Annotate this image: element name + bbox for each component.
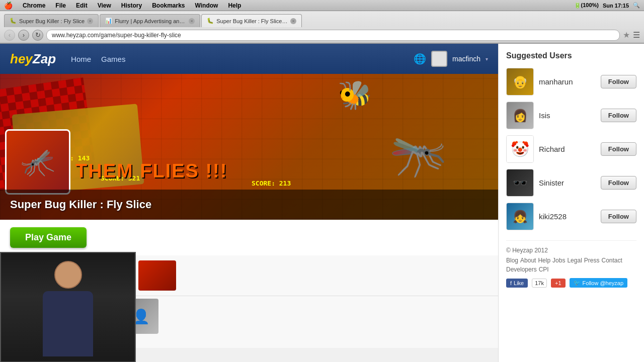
footer-about[interactable]: About [520,257,536,264]
user-item-kiki: 👧 kiki2528 Follow [506,203,636,230]
tab-close-3[interactable]: × [290,18,296,24]
url-text: www.heyzap.com/game/super-bug-killer-fly… [52,32,181,39]
username-isis: Isis [539,111,596,120]
game-actions: Play Game [0,220,498,255]
tab-2[interactable]: 📊 Flurry | App Advertising and... × [100,14,200,27]
edit-menu[interactable]: Edit [76,2,88,9]
history-menu[interactable]: History [121,2,142,9]
tab-bar: 🐛 Super Bug Killer : Fly Slice × 📊 Flurr… [0,11,644,27]
footer-links: Blog About Help Jobs Legal Press Contact… [506,257,636,273]
footer-contact[interactable]: Contact [602,257,622,264]
fb-count: 17k [532,279,547,288]
username-manharun: manharun [539,77,596,86]
tab-close-2[interactable]: × [189,18,195,24]
username-kiki: kiki2528 [539,212,596,221]
follow-button-sinister[interactable]: Follow [601,176,636,190]
url-bar[interactable]: www.heyzap.com/game/super-bug-killer-fly… [46,30,620,41]
twitter-icon: 🐦 [574,280,581,286]
apple-menu[interactable]: 🍎 [4,2,13,10]
tab-favicon-1: 🐛 [10,18,17,25]
tab-favicon-3: 🐛 [207,18,214,25]
score-3: SCORE: 213 [252,179,291,187]
game-title-overlay: Super Bug Killer : Fly Slice [0,190,498,220]
clock: Sun 17:15 [603,3,629,9]
copyright-text: © Heyzap 2012 [506,247,636,254]
avatar-manharun: 👴 [506,68,534,96]
tab-favicon-2: 📊 [105,18,112,25]
follow-button-manharun[interactable]: Follow [601,75,636,88]
right-sidebar: Suggested Users 👴 manharun Follow 👩 Isis… [498,44,644,362]
follow-button-kiki[interactable]: Follow [601,210,636,223]
mac-menubar: 🍎 Chrome File Edit View History Bookmark… [0,0,644,11]
avatar-richard: 🤡 [506,135,534,163]
follow-button-isis[interactable]: Follow [601,109,636,122]
footer-press[interactable]: Press [584,257,600,264]
game-banner: SCORE: 143 SCORE: 321 SCORE: 213 🐝 🦟 THE… [0,74,498,220]
content-area: heyZap Home Games 🌐 macfinch ▾ SCORE: 1 [0,44,644,362]
avatar-img-richard: 🤡 [507,136,533,162]
tab-1[interactable]: 🐛 Super Bug Killer : Fly Slice × [4,14,99,27]
chrome-menu[interactable]: Chrome [23,2,45,9]
fb-icon: f [510,280,512,286]
bookmark-icon[interactable]: ★ [623,30,630,40]
avatar-img-kiki: 👧 [507,203,533,230]
bookmarks-menu[interactable]: Bookmarks [152,2,185,9]
view-menu[interactable]: View [98,2,111,9]
footer-developers[interactable]: Developers [506,266,537,273]
twitter-follow-button[interactable]: 🐦 Follow @heyzap [570,278,627,288]
fly-graphic: 🦟 [367,114,468,190]
user-item-sinister: 🕶️ Sinister Follow [506,169,636,197]
battery-icon: 🔋(100%) [574,2,599,9]
play-game-button[interactable]: Play Game [10,227,87,248]
webcam-overlay [0,252,136,362]
back-button[interactable]: ‹ [4,30,15,41]
mac-status-bar: 🔋(100%) Sun 17:15 🔍 [574,2,640,9]
tab-label-3: Super Bug Killer : Fly Slice fo... [216,18,288,24]
browser-chrome: 🐛 Super Bug Killer : Fly Slice × 📊 Flurr… [0,11,644,44]
footer-legal[interactable]: Legal [567,257,582,264]
footer-jobs[interactable]: Jobs [552,257,565,264]
site-header: heyZap Home Games 🌐 macfinch ▾ [0,44,498,74]
nav-bar: ‹ › ↻ www.heyzap.com/game/super-bug-kill… [0,27,644,43]
user-avatar [431,51,447,67]
refresh-button[interactable]: ↻ [32,30,43,41]
footer-social: f Like 17k +1 🐦 Follow @heyzap [506,278,636,288]
help-menu[interactable]: Help [228,2,241,9]
main-page: heyZap Home Games 🌐 macfinch ▾ SCORE: 1 [0,44,498,362]
tab-3[interactable]: 🐛 Super Bug Killer : Fly Slice fo... × [201,14,302,27]
gplus-button[interactable]: +1 [551,279,566,288]
user-item-manharun: 👴 manharun Follow [506,68,636,96]
username-display: macfinch [452,55,480,63]
heyzap-logo[interactable]: heyZap [10,51,56,67]
footer-help[interactable]: Help [538,257,550,264]
tab-close-1[interactable]: × [87,18,93,24]
flies-banner-text: THEM FLIES !!! [75,160,227,182]
avatar-img-manharun: 👴 [507,68,533,95]
footer-blog[interactable]: Blog [506,257,518,264]
user-dropdown-arrow[interactable]: ▾ [486,56,488,62]
user-item-isis: 👩 Isis Follow [506,102,636,129]
game-icon: 🦟 [5,129,70,195]
nav-home[interactable]: Home [71,55,91,63]
avatar-kiki: 👧 [506,203,534,230]
avatar-img-isis: 👩 [507,102,533,129]
follow-button-richard[interactable]: Follow [601,142,636,156]
bee-graphic: 🐝 [338,79,372,112]
twitter-follow-label: Follow @heyzap [583,280,623,286]
screenshot-3 [138,260,176,291]
file-menu[interactable]: File [55,2,66,9]
avatar-isis: 👩 [506,102,534,129]
webcam-feed [1,253,135,361]
facebook-like-button[interactable]: f Like [506,279,528,288]
avatar-img-sinister: 🕶️ [507,169,533,196]
game-title: Super Bug Killer : Fly Slice [10,198,151,211]
globe-icon[interactable]: 🌐 [414,53,426,65]
user-item-richard: 🤡 Richard Follow [506,135,636,163]
nav-games[interactable]: Games [101,55,125,63]
forward-button[interactable]: › [18,30,29,41]
footer-cpi[interactable]: CPI [539,266,549,273]
search-icon[interactable]: 🔍 [633,2,640,9]
sidebar-footer: © Heyzap 2012 Blog About Help Jobs Legal… [506,240,636,288]
window-menu[interactable]: Window [195,2,218,9]
settings-icon[interactable]: ☰ [633,30,640,40]
